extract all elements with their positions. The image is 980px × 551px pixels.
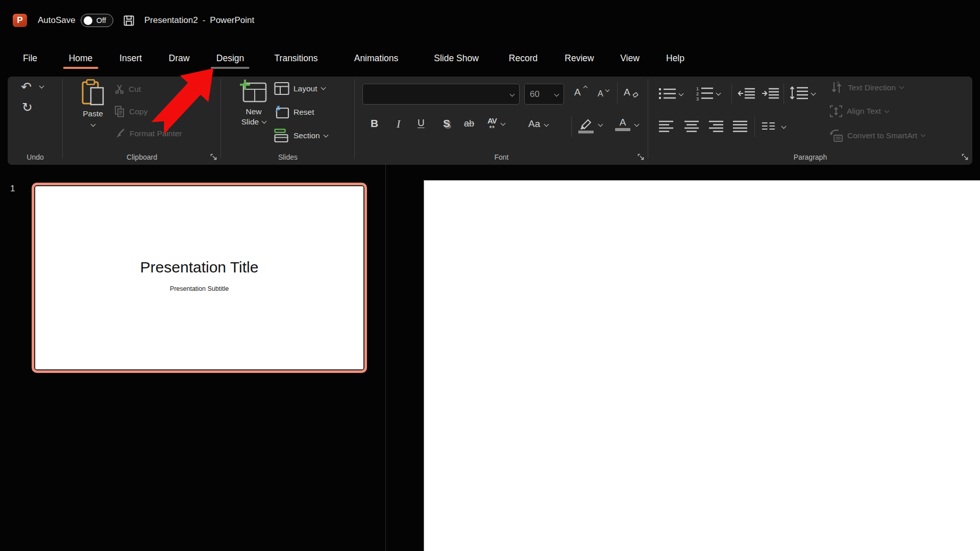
copy-label: Copy — [129, 107, 148, 116]
text-shadow-button[interactable]: S — [443, 117, 450, 136]
clipboard-dialog-launcher[interactable] — [210, 154, 217, 161]
new-slide-label-line1: New — [246, 107, 261, 117]
align-right-icon — [708, 119, 724, 133]
smartart-chevron-icon[interactable] — [921, 132, 926, 137]
convert-to-smartart-label: Convert to SmartArt — [847, 131, 917, 140]
separator — [731, 84, 732, 104]
decrease-indent-icon — [738, 87, 756, 101]
tab-home[interactable]: Home — [69, 45, 93, 71]
font-name-combo[interactable] — [362, 84, 520, 105]
layout-button[interactable]: Layout — [274, 82, 325, 95]
align-text-chevron-icon[interactable] — [884, 108, 889, 113]
line-spacing-chevron-icon[interactable] — [811, 90, 816, 95]
tab-review[interactable]: Review — [565, 45, 594, 71]
tab-view[interactable]: View — [620, 45, 640, 71]
undo-dropdown-chevron-icon[interactable] — [39, 83, 44, 88]
columns-icon — [762, 121, 775, 131]
reset-button[interactable]: Reset — [274, 105, 314, 119]
tab-help[interactable]: Help — [666, 45, 684, 71]
numbering-button[interactable]: 1 2 3 — [696, 86, 720, 101]
increase-indent-icon — [762, 87, 780, 101]
decrease-indent-button[interactable] — [738, 87, 756, 101]
section-button[interactable]: Section — [274, 129, 328, 143]
grow-font-button[interactable]: A — [574, 87, 586, 98]
align-left-button[interactable] — [658, 119, 674, 133]
font-color-bar-icon — [615, 128, 630, 131]
font-dialog-launcher[interactable] — [638, 154, 645, 161]
justify-icon — [732, 119, 748, 133]
text-direction-chevron-icon[interactable] — [899, 84, 904, 89]
separator — [783, 84, 784, 104]
paste-dropdown-chevron-icon[interactable] — [90, 122, 95, 127]
text-highlight-button[interactable] — [577, 117, 602, 136]
document-name: Presentation2 — [144, 15, 198, 26]
slide-thumbnail-1[interactable]: Presentation Title Presentation Subtitle — [32, 183, 367, 373]
clear-formatting-button[interactable]: A — [624, 87, 639, 98]
font-name-chevron-icon[interactable] — [510, 92, 515, 97]
tab-animations[interactable]: Animations — [354, 45, 399, 71]
cut-label: Cut — [129, 85, 141, 94]
tab-file[interactable]: File — [23, 45, 37, 71]
reset-label: Reset — [293, 108, 314, 117]
section-dropdown-chevron-icon[interactable] — [323, 132, 328, 137]
layout-label: Layout — [293, 84, 317, 93]
autosave-toggle[interactable]: Off — [81, 14, 113, 27]
new-slide-button[interactable]: New Slide — [234, 79, 274, 127]
align-right-button[interactable] — [708, 119, 724, 133]
underline-button[interactable]: U — [418, 117, 425, 136]
increase-indent-button[interactable] — [762, 87, 780, 101]
paragraph-dialog-launcher[interactable] — [962, 154, 969, 161]
text-direction-button[interactable]: A Text Direction — [830, 81, 903, 94]
convert-to-smartart-button[interactable]: Convert to SmartArt — [829, 129, 925, 142]
font-size-value: 60 — [530, 89, 540, 99]
bold-button[interactable]: B — [371, 117, 378, 136]
tab-design[interactable]: Design — [216, 45, 244, 71]
italic-button[interactable]: I — [397, 117, 400, 136]
cut-button[interactable]: Cut — [114, 84, 141, 94]
paste-button[interactable]: Paste — [74, 79, 112, 126]
tab-insert[interactable]: Insert — [119, 45, 142, 71]
font-size-chevron-icon[interactable] — [554, 92, 559, 97]
format-painter-brush-icon — [114, 128, 126, 139]
numbering-chevron-icon[interactable] — [716, 91, 721, 96]
separator — [754, 116, 755, 137]
layout-dropdown-chevron-icon[interactable] — [321, 85, 326, 90]
save-icon[interactable] — [123, 15, 135, 27]
font-size-combo[interactable]: 60 — [524, 84, 564, 105]
strikethrough-button[interactable]: ab — [464, 117, 474, 136]
columns-chevron-icon[interactable] — [781, 124, 787, 129]
svg-text:1: 1 — [696, 86, 699, 91]
line-spacing-button[interactable] — [790, 86, 815, 100]
tab-slide-show[interactable]: Slide Show — [434, 45, 479, 71]
undo-button[interactable]: ↶ — [21, 81, 43, 94]
character-spacing-chevron-icon[interactable] — [500, 121, 505, 126]
bullets-button[interactable] — [658, 87, 683, 101]
justify-button[interactable] — [732, 119, 748, 133]
shrink-font-button[interactable]: A — [598, 89, 608, 98]
panel-divider[interactable] — [385, 165, 386, 551]
slide-editing-canvas[interactable] — [424, 180, 980, 551]
bullets-chevron-icon[interactable] — [679, 91, 684, 96]
font-color-button[interactable]: A — [615, 117, 639, 136]
tab-transitions[interactable]: Transitions — [275, 45, 318, 71]
redo-button[interactable]: ↻ — [22, 101, 33, 114]
columns-button[interactable] — [762, 121, 786, 131]
tab-record[interactable]: Record — [509, 45, 537, 71]
undo-icon: ↶ — [21, 81, 32, 94]
align-center-button[interactable] — [684, 119, 699, 133]
new-slide-dropdown-chevron-icon[interactable] — [262, 119, 267, 124]
font-color-chevron-icon[interactable] — [634, 122, 640, 127]
powerpoint-logo-icon[interactable]: P — [13, 14, 27, 27]
red-arrow-annotation — [148, 64, 219, 138]
change-case-chevron-icon[interactable] — [544, 122, 549, 127]
powerpoint-window: P AutoSave Off Presentation2 - PowerPoin… — [0, 0, 980, 551]
copy-button[interactable]: Copy — [114, 106, 148, 117]
character-spacing-button[interactable]: AV ↔ — [487, 117, 505, 136]
separator — [571, 116, 572, 137]
title-bar: P AutoSave Off Presentation2 - PowerPoin… — [0, 0, 980, 41]
highlight-chevron-icon[interactable] — [598, 122, 603, 127]
paste-label: Paste — [83, 109, 103, 119]
copy-icon — [114, 106, 125, 117]
change-case-button[interactable]: Aa — [528, 117, 548, 136]
align-text-button[interactable]: Align Text — [829, 105, 889, 118]
